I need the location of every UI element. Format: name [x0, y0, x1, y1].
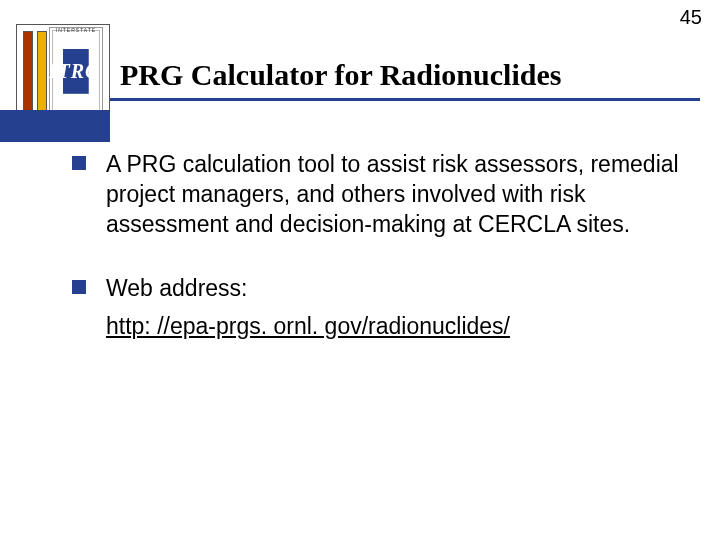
slide-title: PRG Calculator for Radionuclides: [120, 58, 561, 92]
bullet-item: A PRG calculation tool to assist risk as…: [72, 150, 690, 240]
bullet-marker-icon: [72, 280, 86, 294]
header-accent-bar: [0, 110, 110, 142]
itrc-logo: INTERSTATE REGULATORY ITRC: [16, 24, 110, 118]
title-underline: [110, 98, 700, 101]
slide: 45 INTERSTATE REGULATORY ITRC PRG Calcul…: [0, 0, 720, 540]
bullet-marker-icon: [72, 156, 86, 170]
slide-header: INTERSTATE REGULATORY ITRC PRG Calculato…: [0, 24, 720, 118]
bullet-item: Web address: http: //epa-prgs. ornl. gov…: [72, 274, 690, 342]
slide-content: A PRG calculation tool to assist risk as…: [72, 150, 690, 375]
bullet-text: Web address: http: //epa-prgs. ornl. gov…: [106, 274, 510, 342]
bullet-text: A PRG calculation tool to assist risk as…: [106, 150, 690, 240]
bullet-label: Web address:: [106, 275, 247, 301]
web-address-link[interactable]: http: //epa-prgs. ornl. gov/radionuclide…: [106, 312, 510, 342]
logo-word-top: INTERSTATE: [49, 27, 103, 33]
logo-acronym: ITRC: [49, 60, 100, 83]
